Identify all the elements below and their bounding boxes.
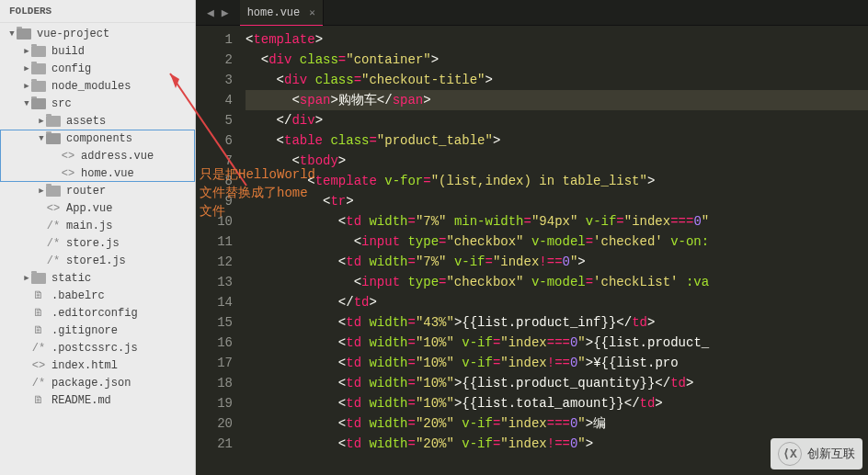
folder-icon (46, 116, 61, 127)
code-content[interactable]: <template> <div class="container"> <div … (246, 26, 868, 475)
expand-arrow-icon[interactable]: ▼ (7, 29, 17, 39)
folder-icon (31, 63, 46, 74)
tree-node[interactable]: 🗎.editorconfig (0, 304, 195, 322)
tab-label: home.vue (247, 6, 301, 19)
file-icon: 🗎 (31, 306, 46, 320)
file-tree[interactable]: ▼vue-project▶build▶config▶node_modules▼s… (0, 23, 195, 475)
tree-node[interactable]: ▶node_modules (0, 77, 195, 95)
tree-node[interactable]: ▶config (0, 60, 195, 77)
tree-node[interactable]: ▼vue-project (0, 25, 195, 42)
folder-icon (31, 46, 46, 57)
tree-node[interactable]: ▶router (0, 182, 195, 199)
editor-pane: ◀ ▶ home.vue ✕ 1234567891011121314151617… (196, 0, 868, 475)
node-label: home.vue (81, 167, 134, 180)
js-file-icon: /* (46, 254, 61, 267)
node-label: config (51, 62, 91, 75)
node-label: README.md (51, 394, 111, 407)
expand-arrow-icon[interactable]: ▼ (22, 99, 31, 108)
expand-arrow-icon[interactable]: ▶ (37, 116, 46, 126)
file-icon: 🗎 (31, 393, 46, 407)
code-file-icon: <> (61, 150, 75, 163)
expand-arrow-icon[interactable]: ▼ (37, 134, 46, 143)
folder-icon (17, 28, 31, 40)
code-file-icon: <> (46, 202, 61, 215)
node-label: router (66, 185, 106, 198)
node-label: store1.js (66, 254, 126, 267)
node-label: index.html (51, 359, 118, 372)
watermark-logo: ⟨X 创新互联 (771, 438, 862, 469)
node-label: main.js (66, 220, 112, 232)
tree-node[interactable]: /*store1.js (0, 252, 195, 269)
tree-node[interactable]: /*main.js (0, 217, 195, 234)
nav-forward-icon[interactable]: ▶ (218, 6, 233, 20)
expand-arrow-icon[interactable]: ▶ (22, 273, 31, 283)
node-label: .postcssrc.js (51, 342, 138, 355)
code-file-icon: <> (61, 167, 75, 180)
tree-node[interactable]: <>App.vue (0, 199, 195, 217)
sidebar-title: FOLDERS (0, 0, 195, 23)
expand-arrow-icon[interactable]: ▶ (22, 81, 31, 91)
folder-sidebar: FOLDERS ▼vue-project▶build▶config▶node_m… (0, 0, 196, 475)
tree-node[interactable]: ▼src (0, 95, 195, 112)
tab-home-vue[interactable]: home.vue ✕ (240, 0, 324, 26)
tree-node[interactable]: /*store.js (0, 234, 195, 252)
tree-node[interactable]: <>home.vue (0, 164, 195, 182)
js-file-icon: /* (31, 342, 46, 355)
nav-back-icon[interactable]: ◀ (203, 6, 218, 20)
tree-node[interactable]: ▶build (0, 42, 195, 60)
file-icon: 🗎 (31, 323, 46, 337)
node-label: address.vue (81, 150, 154, 163)
node-label: .babelrc (51, 289, 105, 302)
file-icon: 🗎 (31, 288, 46, 302)
tree-node[interactable]: 🗎README.md (0, 391, 195, 409)
node-label: static (51, 272, 91, 285)
js-file-icon: /* (31, 377, 46, 390)
node-label: store.js (66, 237, 120, 250)
node-label: .editorconfig (51, 307, 138, 320)
folder-icon (46, 133, 61, 144)
tree-node[interactable]: 🗎.gitignore (0, 322, 195, 339)
expand-arrow-icon[interactable]: ▶ (37, 186, 46, 196)
node-label: assets (66, 115, 106, 128)
tree-node[interactable]: ▼components (0, 130, 195, 147)
expand-arrow-icon[interactable]: ▶ (22, 63, 31, 74)
node-label: build (51, 45, 85, 58)
code-file-icon: <> (31, 359, 46, 372)
node-label: .gitignore (51, 324, 118, 337)
tree-node[interactable]: ▶static (0, 269, 195, 287)
node-label: src (51, 97, 72, 110)
tree-node[interactable]: <>index.html (0, 356, 195, 374)
tree-node[interactable]: /*package.json (0, 374, 195, 391)
folder-icon (31, 81, 46, 92)
tree-node[interactable]: ▶assets (0, 112, 195, 130)
tab-bar: ◀ ▶ home.vue ✕ (196, 0, 868, 26)
folder-icon (31, 98, 46, 109)
js-file-icon: /* (46, 220, 61, 232)
js-file-icon: /* (46, 237, 61, 250)
node-label: App.vue (66, 202, 112, 215)
close-icon[interactable]: ✕ (309, 6, 315, 18)
node-label: node_modules (51, 80, 131, 93)
node-label: components (66, 132, 132, 145)
line-gutter: 123456789101112131415161718192021 (196, 26, 246, 475)
tree-node[interactable]: 🗎.babelrc (0, 287, 195, 304)
folder-icon (31, 273, 46, 284)
node-label: package.json (51, 377, 131, 390)
code-editor[interactable]: 123456789101112131415161718192021 <templ… (196, 26, 868, 475)
tree-node[interactable]: /*.postcssrc.js (0, 339, 195, 356)
node-label: vue-project (37, 28, 109, 40)
expand-arrow-icon[interactable]: ▶ (22, 46, 31, 56)
tree-node[interactable]: <>address.vue (0, 147, 195, 164)
folder-icon (46, 186, 61, 197)
